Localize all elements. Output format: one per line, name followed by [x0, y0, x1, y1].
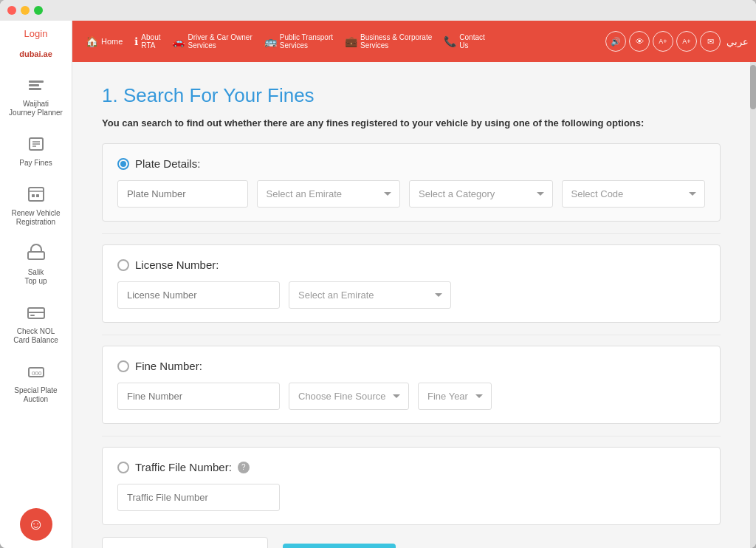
bottom-row: I'm not a robot ↻ reCAPTCHA Privacy - Te…: [102, 537, 721, 548]
sidebar-item-special-plate-label: Special Plate Auction: [14, 386, 57, 404]
traffic-file-input[interactable]: [117, 484, 280, 511]
svg-text:000: 000: [32, 370, 42, 377]
emirate-select-plate[interactable]: Select an Emirate: [257, 180, 401, 208]
pay-fines-icon: [24, 132, 48, 156]
nav-driver[interactable]: 🚗 Driver & Car OwnerServices: [166, 29, 258, 54]
svg-rect-1: [29, 84, 39, 86]
nav-transport-label: Public TransportServices: [280, 33, 333, 49]
divider-3: [102, 436, 721, 436]
sidebar-item-pay-fines-label: Pay Fines: [19, 159, 52, 168]
sidebar-item-special-plate[interactable]: 000 Special Plate Auction: [3, 354, 69, 410]
page-subtitle: You can search to find out whether there…: [102, 117, 721, 129]
license-header: License Number:: [117, 258, 705, 271]
smiley-icon: ☺: [27, 515, 44, 534]
svg-rect-9: [32, 194, 35, 197]
license-radio[interactable]: [117, 259, 129, 271]
nav-contact[interactable]: 📞 ContactUs: [438, 29, 490, 54]
renew-vehicle-icon: [24, 182, 48, 206]
plate-details-radio[interactable]: [117, 158, 129, 170]
sidebar-item-waijhati-label: Waijhati Journey Planner: [9, 100, 63, 117]
eye-btn[interactable]: 👁: [629, 31, 650, 52]
sidebar-item-salik[interactable]: Salik Top up: [3, 236, 69, 292]
svg-rect-14: [30, 315, 35, 316]
mail-btn[interactable]: ✉: [700, 31, 721, 52]
traffic-file-radio[interactable]: [117, 462, 129, 473]
arabic-label: عربي: [726, 36, 749, 47]
nol-icon: [24, 301, 48, 324]
fine-header: Fine Number:: [117, 360, 705, 372]
svg-rect-11: [28, 252, 44, 259]
license-number-section: License Number: Select an Emirate: [102, 244, 721, 323]
main-content: 1. Search For Your Fines You can search …: [72, 62, 750, 548]
nav-contact-label: ContactUs: [459, 33, 484, 49]
a-plus-icon: A+: [682, 38, 690, 45]
nav-business[interactable]: 💼 Business & CorporateServices: [339, 29, 438, 54]
plate-details-title: Plate Details:: [135, 157, 200, 170]
code-select[interactable]: Select Code: [562, 180, 706, 208]
traffic-file-help-icon[interactable]: ?: [238, 462, 250, 473]
fine-radio[interactable]: [117, 360, 129, 372]
svg-rect-2: [29, 88, 41, 90]
salik-icon: [24, 242, 48, 265]
minimize-button[interactable]: [21, 6, 30, 15]
sidebar-item-renew-vehicle[interactable]: Renew Vehicle Registration: [3, 177, 69, 233]
maximize-button[interactable]: [34, 6, 43, 15]
transport-icon: 🚌: [264, 35, 277, 47]
home-icon: 🏠: [86, 35, 98, 47]
plate-details-header: Plate Details:: [117, 157, 705, 170]
browser-window: Login dubai.ae Waijhati Journey Planner …: [0, 0, 756, 548]
divider-2: [102, 335, 721, 335]
nav-about-label: AboutRTA: [141, 33, 160, 49]
fine-number-input[interactable]: [117, 383, 280, 410]
top-navigation: 🏠 Home ℹ AboutRTA 🚗 Driver & Car OwnerSe…: [72, 21, 756, 62]
license-number-input[interactable]: [117, 281, 280, 309]
sound-btn[interactable]: 🔊: [605, 31, 626, 52]
title-bar: [0, 0, 756, 21]
sidebar-item-nol-label: Check NOL Card Balance: [13, 327, 58, 345]
close-button[interactable]: [7, 6, 16, 15]
search-button[interactable]: Search: [283, 544, 396, 548]
traffic-file-title: Traffic File Number:: [135, 461, 232, 473]
traffic-file-header: Traffic File Number: ?: [117, 461, 705, 473]
svg-rect-7: [29, 188, 44, 201]
sidebar: Login dubai.ae Waijhati Journey Planner …: [0, 21, 72, 548]
captcha-box: I'm not a robot ↻ reCAPTCHA Privacy - Te…: [102, 537, 268, 548]
page-title: 1. Search For Your Fines: [102, 84, 721, 107]
fine-year-select[interactable]: Fine Year: [418, 383, 492, 410]
traffic-file-form-row: [117, 484, 705, 511]
scrollbar-thumb[interactable]: [750, 65, 756, 109]
contact-icon: 📞: [444, 35, 456, 47]
sidebar-item-nol[interactable]: Check NOL Card Balance: [3, 295, 69, 351]
fine-source-select[interactable]: Choose Fine Source: [289, 383, 409, 410]
category-select[interactable]: Select a Category: [409, 180, 553, 208]
sidebar-bottom-icon[interactable]: ☺: [20, 508, 52, 541]
license-form-row: Select an Emirate: [117, 281, 705, 309]
a-plus-circle-btn[interactable]: A+: [653, 31, 673, 52]
scrollbar-track[interactable]: [750, 62, 756, 548]
eye-icon: 👁: [636, 37, 644, 46]
login-link[interactable]: Login: [24, 28, 48, 39]
emirate-select-license[interactable]: Select an Emirate: [289, 281, 451, 309]
divider-1: [102, 233, 721, 234]
driver-icon: 🚗: [172, 35, 185, 47]
radio-selected-indicator: [120, 161, 126, 167]
traffic-file-section: Traffic File Number: ?: [102, 447, 721, 525]
a-plus-btn[interactable]: A+: [676, 31, 697, 52]
plate-details-form-row: Select an Emirate Select a Category Sele…: [117, 180, 705, 208]
sound-icon: 🔊: [611, 37, 621, 47]
nav-driver-label: Driver & Car OwnerServices: [188, 33, 252, 49]
waijhati-icon: [24, 73, 48, 97]
mail-icon: ✉: [707, 37, 714, 47]
special-plate-icon: 000: [24, 360, 48, 383]
plate-details-section: Plate Details: Select an Emirate Select …: [102, 143, 721, 222]
a-plus-circle-icon: A+: [659, 38, 667, 45]
nav-home[interactable]: 🏠 Home: [80, 31, 128, 52]
svg-rect-0: [29, 81, 44, 83]
plate-number-input[interactable]: [117, 180, 248, 208]
sidebar-item-salik-label: Salik Top up: [24, 268, 47, 286]
sidebar-item-pay-fines[interactable]: Pay Fines: [3, 126, 69, 174]
nav-about[interactable]: ℹ AboutRTA: [128, 29, 166, 54]
sidebar-item-waijhati[interactable]: Waijhati Journey Planner: [3, 67, 69, 123]
nav-transport[interactable]: 🚌 Public TransportServices: [258, 29, 339, 54]
svg-rect-10: [36, 194, 39, 197]
